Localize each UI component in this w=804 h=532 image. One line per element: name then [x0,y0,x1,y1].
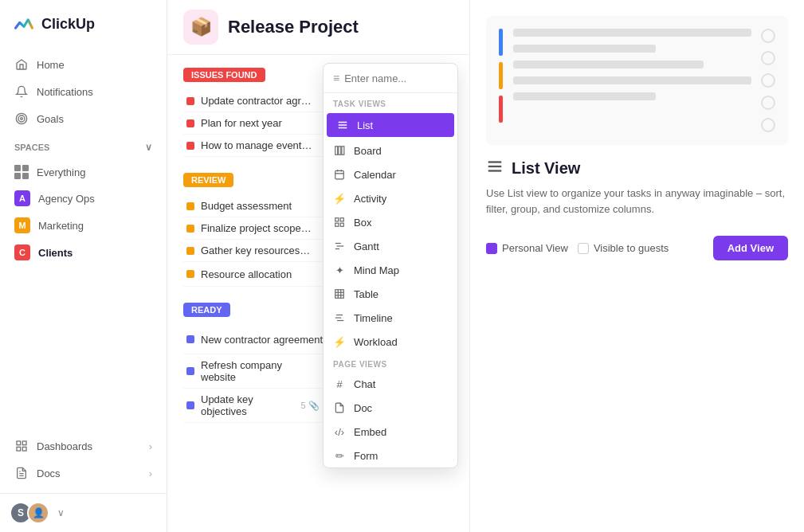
view-option-mind-map[interactable]: ✦ Mind Map [324,258,457,282]
board-view-icon [333,144,346,157]
notifications-label: Notifications [37,86,93,98]
marketing-avatar: M [14,217,30,233]
notifications-icon [14,84,29,99]
panel-description: Use List view to organize your tasks in … [486,186,788,217]
add-view-button[interactable]: Add View [713,236,788,260]
docs-chevron-icon: › [149,467,152,479]
view-option-calendar[interactable]: Calendar [324,162,457,186]
sidebar-item-clients[interactable]: C Clients [6,239,160,266]
sidebar-item-marketing[interactable]: M Marketing [6,212,160,239]
sidebar-item-docs[interactable]: Docs › [6,460,160,487]
task-priority-dot [186,270,194,278]
mind-map-view-label: Mind Map [354,264,399,276]
right-info-panel: List View Use List view to organize your… [469,0,804,532]
table-view-icon [333,288,346,300]
preview-circle-2 [761,51,775,65]
task-priority-dot [186,367,194,375]
view-option-form[interactable]: ✏ Form [324,444,457,467]
panel-actions-row: Personal View Visible to guests Add View [486,236,788,260]
panel-title: List View [512,159,580,178]
sidebar: ClickUp Home Notifications Goals Spaces … [0,0,167,532]
view-option-gantt[interactable]: Gantt [324,234,457,258]
preview-circles [761,29,775,132]
clients-label: Clients [38,247,73,259]
view-option-list[interactable]: List [327,113,454,137]
list-view-panel-icon [486,158,504,179]
task-priority-dot [186,225,194,233]
svg-rect-6 [22,447,26,451]
svg-rect-5 [17,447,21,451]
view-option-board[interactable]: Board [324,139,457,162]
task-views-label: TASK VIEWS [324,93,457,111]
home-label: Home [37,59,65,71]
calendar-view-icon [333,168,346,181]
sidebar-navigation: Home Notifications Goals [0,48,167,135]
sidebar-item-dashboards[interactable]: Dashboards › [6,432,160,460]
user-avatar-photo: 👤 [27,502,49,524]
personal-view-option[interactable]: Personal View [486,242,568,254]
sidebar-item-home[interactable]: Home [6,51,160,78]
preview-line-4 [513,76,751,84]
view-option-activity[interactable]: ⚡ Activity [324,186,457,210]
view-option-table[interactable]: Table [324,282,457,306]
task-priority-dot [186,401,194,409]
preview-circle-1 [761,29,775,43]
view-option-chat[interactable]: # Chat [324,372,457,396]
visible-to-guests-option[interactable]: Visible to guests [578,242,669,254]
view-option-box[interactable]: Box [324,210,457,234]
sidebar-item-agency-ops[interactable]: A Agency Ops [6,185,160,212]
table-view-label: Table [354,288,378,300]
dashboards-icon [14,439,29,453]
gantt-view-label: Gantt [354,241,379,252]
user-area[interactable]: S 👤 ∨ [0,493,167,532]
view-option-workload[interactable]: ⚡ Workload [324,330,457,354]
view-option-doc[interactable]: Doc [324,396,457,420]
dropdown-search-area: ≡ [324,64,457,93]
list-view-icon [336,119,349,131]
panel-info-section: List View Use List view to organize your… [486,158,788,217]
preview-circle-4 [761,96,775,110]
view-option-timeline[interactable]: Timeline [324,306,457,330]
sidebar-item-goals[interactable]: Goals [6,105,160,132]
preview-line-5 [513,92,656,100]
task-priority-dot [186,247,194,255]
activity-view-label: Activity [354,193,386,205]
list-view-label: List [357,119,373,131]
svg-rect-19 [335,223,339,226]
view-name-input[interactable] [344,72,448,84]
timeline-view-label: Timeline [354,312,393,324]
user-avatars: S 👤 [10,502,49,524]
visible-guests-checkbox[interactable] [578,243,589,254]
view-type-dropdown: ≡ TASK VIEWS List Board Calenda [323,63,458,468]
svg-point-1 [18,115,25,122]
doc-view-label: Doc [354,402,372,414]
clickup-logo-icon [13,13,35,35]
sidebar-item-everything[interactable]: Everything [6,159,160,185]
issues-found-badge: ISSUES FOUND [183,68,265,82]
svg-rect-3 [17,441,21,445]
embed-view-icon: ‹/› [333,425,346,438]
task-priority-dot [186,202,194,210]
docs-icon [14,466,29,480]
view-option-embed[interactable]: ‹/› Embed [324,420,457,444]
panel-title-row: List View [486,158,788,179]
ready-badge: READY [183,303,230,317]
home-icon [14,57,29,72]
box-view-icon [333,216,346,229]
visible-guests-label: Visible to guests [594,242,669,254]
everything-icon [14,165,29,179]
main-content: 📦 Release Project ISSUES FOUND Update co… [167,0,469,532]
goals-label: Goals [37,113,64,125]
spaces-arrow-icon[interactable]: ∨ [145,142,152,153]
preview-line-2 [513,45,656,53]
dashboards-chevron-icon: › [149,440,152,452]
box-view-label: Box [354,217,371,229]
svg-rect-17 [335,218,339,221]
svg-rect-24 [335,290,344,299]
svg-point-2 [21,118,23,120]
sidebar-item-notifications[interactable]: Notifications [6,78,160,105]
board-view-label: Board [354,145,382,157]
task-priority-dot [186,142,194,150]
task-title: Update key objectives [201,393,294,417]
user-menu-arrow-icon[interactable]: ∨ [57,507,65,518]
